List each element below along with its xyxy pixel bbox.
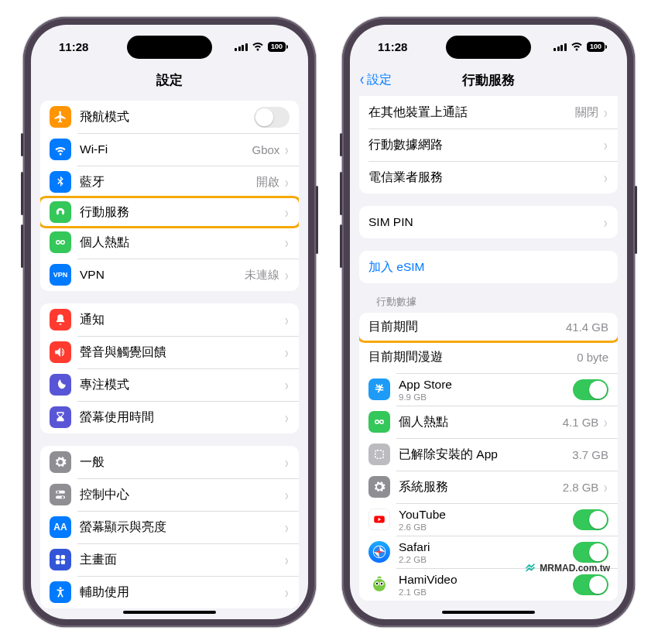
row-label: 專注模式 — [80, 377, 284, 393]
wifi-icon — [252, 42, 264, 51]
chevron-icon: › — [285, 204, 289, 220]
app-toggle[interactable] — [573, 574, 608, 595]
cellular-group-1: 在其他裝置上通話 關閉 › 行動數據網路 › 電信業者服務 › — [359, 96, 618, 194]
row-control-center[interactable]: 控制中心 › — [40, 478, 299, 511]
row-other-device-calls[interactable]: 在其他裝置上通話 關閉 › — [359, 96, 618, 128]
airplane-toggle[interactable] — [254, 107, 290, 128]
bell-icon — [50, 309, 71, 331]
cellular-group-data: 目前期間 41.4 GB 目前期間漫遊 0 byte App Store 9.9… — [359, 313, 618, 601]
row-label: App Store — [399, 378, 573, 392]
cellular-group-sim: SIM PIN › — [359, 206, 618, 238]
row-label: 個人熱點 — [399, 414, 563, 430]
row-label: 螢幕使用時間 — [80, 409, 284, 426]
row-label: YouTube — [399, 508, 573, 522]
svg-point-0 — [57, 241, 60, 245]
row-value: 開啟 — [256, 175, 279, 190]
page-title: 設定 — [156, 71, 183, 89]
back-button[interactable]: ‹ 設定 — [359, 71, 392, 88]
row-label: HamiVideo — [399, 573, 573, 587]
svg-point-21 — [381, 583, 382, 584]
row-value: Gbox — [252, 143, 279, 156]
phone-right: 11:28 100 ‹ 設定 行動服務 — [342, 17, 635, 627]
row-display[interactable]: AA 螢幕顯示與亮度 › — [40, 511, 299, 543]
chevron-icon: › — [285, 344, 289, 360]
moon-icon — [50, 374, 71, 396]
row-app-system[interactable]: 系統服務 2.8 GB › — [359, 471, 618, 503]
back-label: 設定 — [367, 72, 392, 88]
row-app-hotspot[interactable]: 個人熱點 4.1 GB › — [359, 406, 618, 438]
row-app-youtube[interactable]: YouTube 2.6 GB — [359, 503, 618, 536]
safari-icon — [368, 541, 390, 563]
signal-icon — [235, 43, 248, 51]
nav-bar: 設定 — [31, 63, 308, 96]
status-time: 11:28 — [59, 40, 88, 53]
row-home[interactable]: 主畫面 › — [40, 543, 299, 576]
row-label: Wi-Fi — [80, 142, 252, 156]
row-value: 0 byte — [577, 351, 608, 364]
row-app-removed[interactable]: 已解除安裝的 App 3.7 GB — [359, 438, 618, 471]
appstore-icon — [368, 379, 390, 400]
app-toggle[interactable] — [573, 542, 608, 563]
speaker-icon — [50, 341, 71, 363]
hourglass-icon — [50, 406, 71, 428]
row-label: 聲音與觸覺回饋 — [80, 344, 284, 361]
row-sim-pin[interactable]: SIM PIN › — [359, 206, 618, 238]
row-hotspot[interactable]: 個人熱點 › — [40, 226, 299, 259]
row-add-esim[interactable]: 加入 eSIM — [359, 251, 618, 283]
chevron-icon: › — [604, 170, 608, 185]
svg-rect-7 — [61, 555, 65, 559]
home-indicator[interactable] — [442, 611, 535, 615]
row-wifi[interactable]: Wi-Fi Gbox › — [40, 133, 299, 166]
row-label: 通知 — [80, 312, 284, 328]
row-screentime[interactable]: 螢幕使用時間 › — [40, 401, 299, 433]
battery-icon: 100 — [587, 42, 607, 52]
row-vpn[interactable]: VPN VPN 未連線 › — [40, 259, 299, 291]
svg-rect-9 — [61, 560, 65, 564]
row-data-network[interactable]: 行動數據網路 › — [359, 128, 618, 161]
row-sub: 2.1 GB — [399, 587, 573, 597]
hotspot-icon — [50, 231, 71, 253]
row-value: 2.8 GB — [563, 481, 599, 494]
app-toggle[interactable] — [573, 379, 608, 400]
chevron-icon: › — [285, 409, 289, 425]
row-label: SIM PIN — [368, 215, 603, 229]
row-label: 一般 — [80, 454, 284, 471]
svg-point-12 — [380, 420, 384, 424]
row-label: 行動服務 — [80, 204, 284, 221]
row-value: 41.4 GB — [566, 320, 608, 334]
watermark: MRMAD.com.tw — [524, 562, 610, 574]
row-sound[interactable]: 聲音與觸覺回饋 › — [40, 336, 299, 368]
watermark-text: MRMAD.com.tw — [540, 563, 610, 574]
status-time: 11:28 — [378, 40, 407, 53]
svg-point-5 — [62, 496, 64, 498]
row-general[interactable]: 一般 › — [40, 446, 299, 478]
chevron-icon: › — [285, 487, 289, 502]
row-app-appstore[interactable]: App Store 9.9 GB — [359, 373, 618, 406]
watermark-logo-icon — [524, 562, 536, 574]
row-label: 主畫面 — [80, 552, 284, 568]
row-airplane[interactable]: 飛航模式 — [40, 101, 299, 133]
row-current-period[interactable]: 目前期間 41.4 GB — [359, 313, 618, 343]
row-current-period-roaming[interactable]: 目前期間漫遊 0 byte — [359, 341, 618, 373]
chevron-icon: › — [285, 267, 289, 283]
settings-group-general: 一般 › 控制中心 › AA 螢幕顯示與亮度 › — [40, 446, 299, 608]
chevron-icon: › — [285, 519, 289, 535]
row-carrier-services[interactable]: 電信業者服務 › — [359, 161, 618, 194]
chevron-icon: › — [285, 454, 289, 470]
row-focus[interactable]: 專注模式 › — [40, 368, 299, 401]
svg-point-11 — [375, 420, 379, 424]
row-accessibility[interactable]: 輔助使用 › — [40, 576, 299, 608]
vpn-icon: VPN — [50, 264, 71, 286]
home-indicator[interactable] — [123, 611, 216, 615]
toggles-icon — [50, 484, 71, 505]
row-label: 藍牙 — [80, 174, 256, 190]
row-bluetooth[interactable]: 藍牙 開啟 › — [40, 166, 299, 198]
nav-bar: ‹ 設定 行動服務 — [350, 63, 627, 96]
row-notifications[interactable]: 通知 › — [40, 303, 299, 336]
group-header-data: 行動數據 — [359, 283, 618, 313]
app-toggle[interactable] — [573, 509, 608, 530]
home-grid-icon — [50, 549, 71, 570]
row-label: 已解除安裝的 App — [399, 447, 572, 463]
row-cellular[interactable]: 行動服務 › — [40, 196, 299, 228]
battery-icon: 100 — [268, 42, 288, 52]
